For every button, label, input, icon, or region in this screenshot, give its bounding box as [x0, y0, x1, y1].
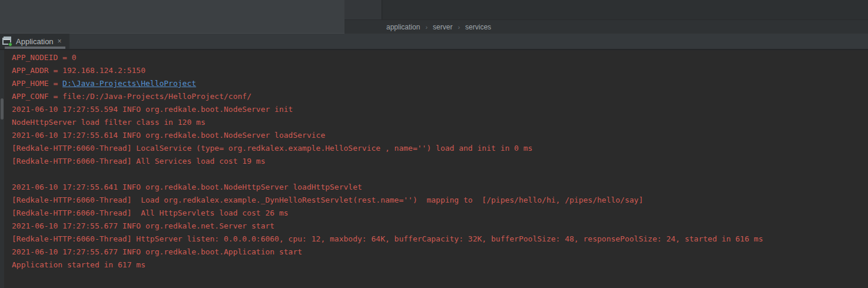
breadcrumb-separator-icon: › [458, 24, 460, 31]
console-line: 2021-06-10 17:27:55.641 INFO org.redkale… [12, 181, 868, 194]
editor-empty-area [382, 0, 868, 19]
running-status-dot-icon [8, 42, 12, 47]
console-line: 2021-06-10 17:27:55.677 INFO org.redkale… [12, 220, 868, 233]
console-line: 2021-06-10 17:27:55.594 INFO org.redkale… [12, 103, 868, 116]
editor-gutter [344, 0, 382, 19]
tab-application-label: Application [16, 37, 54, 46]
console-line: [Redkale-HTTP:6060-Thread] LocalService … [12, 142, 868, 155]
project-pane-empty-area [0, 0, 344, 34]
console-line: Application started in 617 ms [12, 259, 868, 272]
console-line: APP_HOME = D:\Java-Projects\HelloProject [12, 77, 868, 90]
run-console-icon [2, 37, 12, 46]
console-line: [Redkale-HTTP:6060-Thread] Load org.redk… [12, 194, 868, 207]
console-line: APP_CONF = file:/D:/Java-Projects/HelloP… [12, 90, 868, 103]
breadcrumb-item-services[interactable]: services [465, 23, 491, 31]
console-line: NodeHttpServer load filter class in 120 … [12, 116, 868, 129]
breadcrumb: application › server › services [344, 19, 868, 34]
breadcrumb-item-server[interactable]: server [433, 23, 452, 31]
breadcrumb-item-application[interactable]: application [386, 23, 420, 31]
tab-application[interactable]: Application × [0, 34, 69, 49]
console-line [12, 168, 868, 181]
editor-top-area: application › server › services [0, 0, 868, 34]
run-toolwindow-tab-strip: Application × [0, 34, 868, 50]
breadcrumb-separator-icon: › [425, 24, 428, 31]
selected-tab-underline [5, 47, 65, 49]
console-line: [Redkale-HTTP:6060-Thread] HttpServer li… [12, 233, 868, 246]
console-line: 2021-06-10 17:27:55.677 INFO org.redkale… [12, 246, 868, 259]
console-gutter [0, 50, 4, 288]
console-line-text: APP_HOME = [12, 79, 62, 88]
console-line: APP_ADDR = 192.168.124.2:5150 [12, 64, 868, 77]
console-line: [Redkale-HTTP:6060-Thread] All HttpServl… [12, 207, 868, 220]
app-home-path-link[interactable]: D:\Java-Projects\HelloProject [62, 79, 196, 88]
console-scrollbar-thumb[interactable] [1, 98, 4, 120]
console-line: APP_NODEID = 0 [12, 51, 868, 64]
console-output: APP_NODEID = 0 APP_ADDR = 192.168.124.2:… [12, 51, 868, 272]
close-icon[interactable]: × [58, 38, 62, 45]
console-line: 2021-06-10 17:27:55.614 INFO org.redkale… [12, 129, 868, 142]
console-panel: APP_NODEID = 0 APP_ADDR = 192.168.124.2:… [0, 50, 868, 288]
console-line: [Redkale-HTTP:6060-Thread] All Services … [12, 155, 868, 168]
